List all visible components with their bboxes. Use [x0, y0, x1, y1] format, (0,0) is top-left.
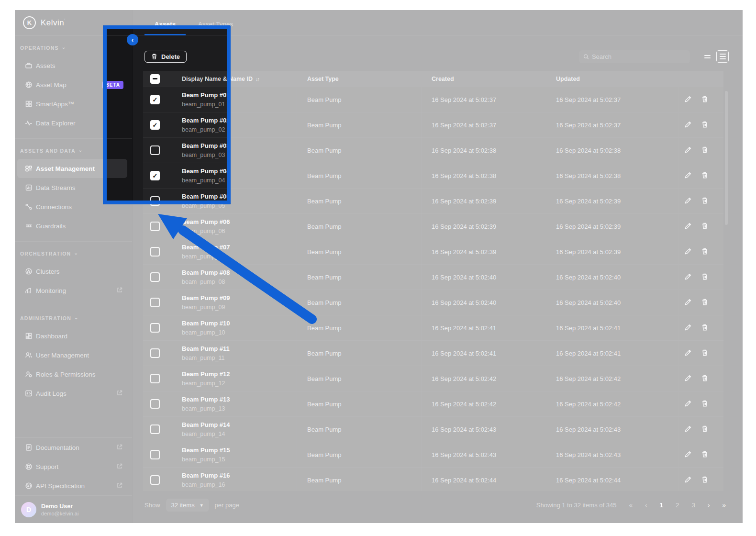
sidebar-item-documentation[interactable]: Documentation	[17, 438, 127, 457]
sidebar-item-clusters[interactable]: Clusters	[17, 262, 127, 281]
delete-trash-icon[interactable]	[701, 324, 709, 333]
delete-trash-icon[interactable]	[701, 349, 709, 358]
sidebar-item-smartapps[interactable]: SmartApps™	[17, 94, 127, 113]
sidebar-item-assets[interactable]: Assets	[17, 56, 127, 75]
delete-trash-icon[interactable]	[701, 222, 709, 231]
asset-display-name[interactable]: Beam Pump #08	[182, 269, 297, 277]
row-checkbox[interactable]	[150, 222, 160, 231]
edit-pencil-icon[interactable]	[684, 476, 692, 485]
delete-trash-icon[interactable]	[701, 298, 709, 307]
asset-display-name[interactable]: Beam Pump #02	[182, 117, 297, 124]
asset-display-name[interactable]: Beam Pump #04	[182, 168, 297, 175]
edit-pencil-icon[interactable]	[684, 374, 692, 383]
row-checkbox[interactable]	[150, 145, 160, 155]
page-number-2[interactable]: 2	[676, 502, 679, 509]
row-checkbox[interactable]: ✓	[150, 95, 160, 104]
scrollbar-thumb[interactable]	[725, 91, 728, 225]
row-checkbox[interactable]	[150, 450, 160, 459]
row-checkbox[interactable]: ✓	[150, 120, 160, 130]
delete-trash-icon[interactable]	[701, 197, 709, 206]
row-checkbox[interactable]	[150, 424, 160, 434]
asset-display-name[interactable]: Beam Pump #01	[182, 91, 297, 99]
sidebar-item-asset-map[interactable]: Asset MapBETA	[17, 75, 127, 94]
row-checkbox[interactable]	[150, 323, 160, 333]
delete-trash-icon[interactable]	[701, 171, 709, 180]
search-input-box[interactable]	[579, 50, 690, 63]
row-checkbox[interactable]	[150, 247, 160, 257]
first-page-button[interactable]: «	[629, 502, 633, 509]
next-page-button[interactable]: ›	[708, 502, 710, 509]
edit-pencil-icon[interactable]	[684, 197, 692, 206]
column-header-created[interactable]: Created	[421, 71, 548, 87]
delete-trash-icon[interactable]	[701, 374, 709, 383]
user-profile[interactable]: D Demo User demo@kelvin.ai	[15, 495, 132, 523]
section-header-operations[interactable]: OPERATIONS⌄	[15, 43, 132, 53]
sidebar-item-data-explorer[interactable]: Data Explorer	[17, 113, 127, 133]
sidebar-item-support[interactable]: Support	[17, 457, 127, 476]
delete-trash-icon[interactable]	[701, 450, 709, 459]
row-checkbox[interactable]: ✓	[150, 171, 160, 180]
row-checkbox[interactable]	[150, 399, 160, 409]
edit-pencil-icon[interactable]	[684, 400, 692, 409]
sidebar-item-data-streams[interactable]: Data Streams	[17, 178, 127, 197]
row-checkbox[interactable]	[150, 272, 160, 282]
delete-trash-icon[interactable]	[701, 400, 709, 409]
edit-pencil-icon[interactable]	[684, 146, 692, 155]
edit-pencil-icon[interactable]	[684, 425, 692, 434]
edit-pencil-icon[interactable]	[684, 121, 692, 130]
sidebar-item-monitoring[interactable]: Monitoring	[17, 281, 127, 300]
delete-trash-icon[interactable]	[701, 146, 709, 155]
asset-display-name[interactable]: Beam Pump #05	[182, 193, 297, 201]
tab-asset-types[interactable]: Asset Types	[193, 21, 238, 35]
edit-pencil-icon[interactable]	[684, 95, 692, 104]
page-number-3[interactable]: 3	[691, 502, 695, 509]
edit-pencil-icon[interactable]	[684, 171, 692, 180]
section-header-administration[interactable]: ADMINISTRATION⌄	[15, 313, 132, 324]
page-number-1[interactable]: 1	[659, 502, 663, 509]
compact-view-button[interactable]	[701, 50, 713, 63]
delete-trash-icon[interactable]	[701, 425, 709, 434]
edit-pencil-icon[interactable]	[684, 450, 692, 459]
sidebar-collapse-button[interactable]: ‹	[127, 34, 138, 45]
tab-assets[interactable]: Assets	[145, 21, 186, 35]
asset-display-name[interactable]: Beam Pump #12	[182, 370, 297, 378]
column-header-type[interactable]: Asset Type	[297, 71, 421, 87]
edit-pencil-icon[interactable]	[684, 298, 692, 307]
delete-trash-icon[interactable]	[701, 121, 709, 130]
section-header-orchestration[interactable]: ORCHESTRATION⌄	[15, 248, 132, 259]
page-size-select[interactable]: 32 items ▼	[166, 499, 209, 512]
asset-display-name[interactable]: Beam Pump #15	[182, 447, 297, 454]
row-checkbox[interactable]	[150, 475, 160, 485]
row-checkbox[interactable]	[150, 196, 160, 206]
edit-pencil-icon[interactable]	[684, 349, 692, 358]
sidebar-item-api-specification[interactable]: API Specification	[17, 476, 127, 495]
section-header-assets-and-data[interactable]: ASSETS AND DATA⌄	[15, 145, 132, 156]
row-checkbox[interactable]	[150, 348, 160, 358]
delete-trash-icon[interactable]	[701, 476, 709, 485]
row-checkbox[interactable]	[150, 298, 160, 307]
sidebar-item-connections[interactable]: Connections	[17, 197, 127, 216]
edit-pencil-icon[interactable]	[684, 324, 692, 333]
last-page-button[interactable]: »	[722, 502, 726, 509]
asset-display-name[interactable]: Beam Pump #16	[182, 472, 297, 480]
asset-display-name[interactable]: Beam Pump #13	[182, 396, 297, 403]
sidebar-item-guardrails[interactable]: Guardrails	[17, 216, 127, 235]
sidebar-item-dashboard[interactable]: Dashboard	[17, 326, 127, 346]
delete-button[interactable]: Delete	[145, 51, 187, 63]
delete-trash-icon[interactable]	[701, 247, 709, 257]
asset-display-name[interactable]: Beam Pump #06	[182, 218, 297, 226]
asset-display-name[interactable]: Beam Pump #09	[182, 294, 297, 302]
edit-pencil-icon[interactable]	[684, 222, 692, 231]
sidebar-item-asset-management[interactable]: Asset Management	[17, 159, 127, 178]
asset-display-name[interactable]: Beam Pump #10	[182, 320, 297, 327]
delete-trash-icon[interactable]	[701, 95, 709, 104]
select-all-checkbox[interactable]	[150, 74, 160, 84]
edit-pencil-icon[interactable]	[684, 273, 692, 282]
column-header-name[interactable]: Display Name & Name ID	[182, 76, 253, 82]
asset-display-name[interactable]: Beam Pump #07	[182, 244, 297, 251]
delete-trash-icon[interactable]	[701, 273, 709, 282]
previous-page-button[interactable]: ‹	[645, 502, 647, 509]
column-header-updated[interactable]: Updated	[548, 71, 678, 87]
asset-display-name[interactable]: Beam Pump #11	[182, 345, 297, 353]
asset-display-name[interactable]: Beam Pump #03	[182, 142, 297, 150]
